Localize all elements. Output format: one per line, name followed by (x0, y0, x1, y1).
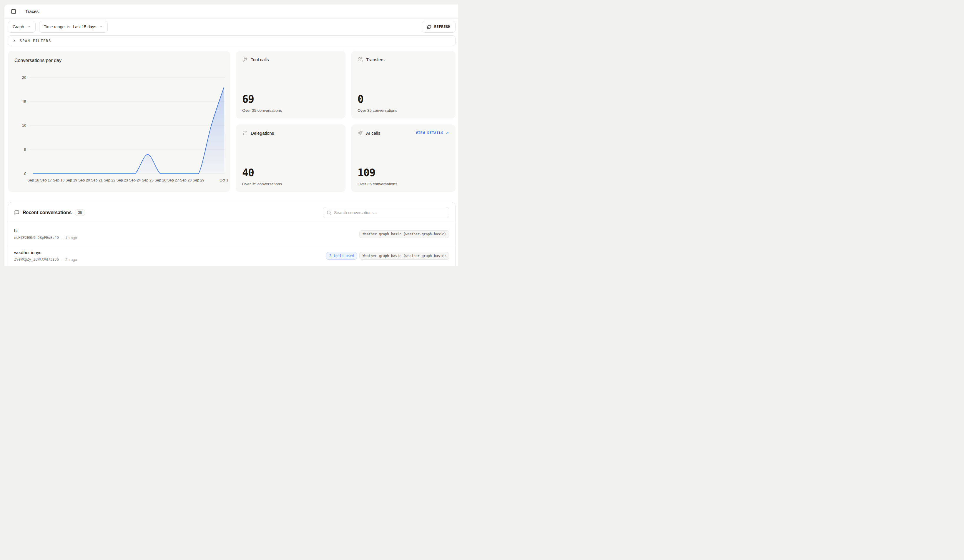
dashboard-grid: Conversations per day 05101520Sep 16Sep … (8, 51, 456, 192)
time-range-operator: is (67, 24, 70, 29)
recent-conversations-title: Recent conversations (23, 210, 72, 215)
conversation-id: ZVeWXgZy_Z6WltVd73s3G (14, 257, 59, 261)
stat-caption: Over 35 conversations (242, 182, 339, 186)
view-details-label: VIEW DETAILS (416, 131, 443, 135)
conversation-row[interactable]: hi mqHZP2EGh9h9BpFEwEs4O · 1h ago Weathe… (8, 223, 455, 245)
svg-text:Sep 16: Sep 16 (28, 178, 39, 182)
svg-text:Sep 26: Sep 26 (155, 178, 166, 182)
chevron-right-icon (12, 39, 16, 43)
refresh-button[interactable]: REFRESH (422, 21, 456, 32)
svg-text:Sep 23: Sep 23 (117, 178, 128, 182)
svg-text:Sep 27: Sep 27 (167, 178, 179, 182)
stat-caption: Over 35 conversations (242, 108, 339, 113)
recent-conversations-section: Recent conversations 35 hi mqHZP2EGh9h9B… (8, 202, 456, 266)
svg-text:Sep 20: Sep 20 (78, 178, 90, 182)
content-shell: Traces Graph Time range is Last 15 days (4, 4, 458, 266)
sparkles-icon (358, 130, 363, 136)
stat-card-ai-calls: AI calls VIEW DETAILS 109 Over 35 conver… (351, 124, 456, 192)
svg-text:Sep 21: Sep 21 (91, 178, 103, 182)
separator-dot: · (62, 257, 63, 262)
view-mode-dropdown[interactable]: Graph (8, 21, 36, 32)
stat-value: 109 (358, 168, 449, 178)
svg-text:5: 5 (24, 148, 26, 152)
conversations-chart-card: Conversations per day 05101520Sep 16Sep … (8, 51, 230, 192)
main-content: Graph Time range is Last 15 days REFRESH (5, 18, 458, 266)
stat-card-delegations: Delegations 40 Over 35 conversations (236, 124, 345, 192)
agent-tag: Weather graph basic (weather-graph-basic… (359, 230, 449, 238)
chevron-down-icon (99, 25, 103, 29)
svg-text:Sep 17: Sep 17 (40, 178, 52, 182)
sidebar-toggle-button[interactable] (9, 7, 18, 16)
recent-conversations-header: Recent conversations 35 (8, 202, 455, 223)
svg-text:Sep 29: Sep 29 (193, 178, 205, 182)
panel-left-icon (11, 9, 16, 14)
time-range-field: Time range (44, 24, 64, 29)
svg-text:Sep 24: Sep 24 (129, 178, 141, 182)
wrench-icon (242, 57, 248, 62)
tools-used-tag: 2 tools used (326, 252, 357, 260)
conversation-count-badge: 35 (75, 209, 85, 216)
search-icon (327, 210, 331, 215)
stat-caption: Over 35 conversations (358, 182, 449, 186)
arrow-up-right-icon (446, 131, 449, 135)
svg-text:Sep 19: Sep 19 (66, 178, 77, 182)
conversation-title: hi (14, 228, 77, 233)
conversation-time: 1h ago (65, 235, 77, 240)
agent-tag: Weather graph basic (weather-graph-basic… (359, 252, 449, 260)
conversations-per-day-chart: 05101520Sep 16Sep 17Sep 18Sep 19Sep 20Se… (8, 51, 230, 192)
stat-card-transfers: Transfers 0 Over 35 conversations (351, 51, 456, 118)
view-mode-label: Graph (13, 24, 24, 29)
svg-text:Sep 28: Sep 28 (180, 178, 192, 182)
conversation-search (323, 207, 449, 218)
refresh-icon (427, 25, 432, 29)
span-filters-label: SPAN FILTERS (20, 39, 51, 43)
time-range-filter[interactable]: Time range is Last 15 days (39, 21, 108, 32)
stat-title: Tool calls (251, 57, 269, 62)
conversation-time: 2h ago (65, 257, 77, 262)
top-bar: Traces (5, 5, 458, 18)
conversation-title: weather innyc (14, 250, 77, 255)
separator-dot: · (62, 235, 63, 240)
time-range-value: Last 15 days (73, 24, 96, 29)
arrows-swap-icon (242, 130, 248, 136)
stat-value: 69 (242, 94, 339, 104)
stat-card-tool-calls: Tool calls 69 Over 35 conversations (236, 51, 345, 118)
view-details-link[interactable]: VIEW DETAILS (416, 131, 449, 135)
conversation-row[interactable]: weather innyc ZVeWXgZy_Z6WltVd73s3G · 2h… (8, 245, 455, 266)
stat-title: AI calls (366, 131, 380, 136)
svg-text:10: 10 (22, 123, 26, 128)
span-filters-toggle[interactable]: SPAN FILTERS (8, 35, 456, 46)
search-input[interactable] (334, 210, 446, 215)
page-title: Traces (25, 9, 39, 14)
svg-text:Sep 18: Sep 18 (53, 178, 65, 182)
chevron-down-icon (27, 25, 31, 29)
svg-text:Sep 22: Sep 22 (104, 178, 116, 182)
chat-bubble-icon (14, 210, 20, 215)
stat-value: 0 (358, 94, 449, 104)
filter-toolbar: Graph Time range is Last 15 days REFRESH (8, 21, 456, 32)
conversation-id: mqHZP2EGh9h9BpFEwEs4O (14, 235, 59, 240)
stat-caption: Over 35 conversations (358, 108, 449, 113)
svg-text:Sep 25: Sep 25 (142, 178, 154, 182)
stat-title: Delegations (251, 131, 274, 136)
stat-value: 40 (242, 168, 339, 178)
stat-title: Transfers (366, 57, 384, 62)
svg-text:20: 20 (22, 76, 26, 80)
users-icon (358, 57, 363, 62)
refresh-label: REFRESH (434, 25, 451, 29)
svg-text:0: 0 (24, 172, 26, 176)
svg-text:15: 15 (22, 100, 26, 104)
svg-text:Oct 1: Oct 1 (220, 178, 228, 182)
traces-page: Traces Graph Time range is Last 15 days (0, 0, 458, 266)
